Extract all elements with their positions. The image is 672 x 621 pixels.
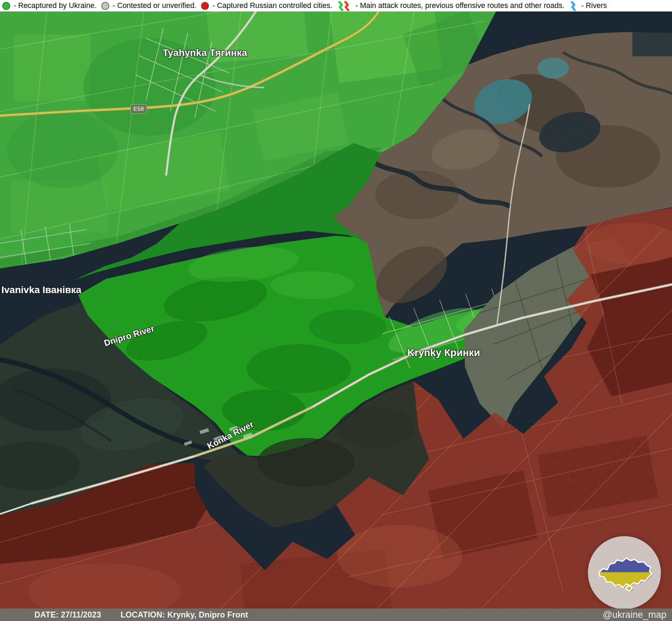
legend-label: - Recaptured by Ukraine. xyxy=(14,1,97,10)
legend-bar: - Recaptured by Ukraine. - Contested or … xyxy=(0,0,672,11)
ukraine-map-logo xyxy=(588,536,661,609)
legend-label: - Captured Russian controlled cities. xyxy=(212,1,332,10)
legend-item-captured: - Captured Russian controlled cities. xyxy=(201,1,335,10)
legend-item-contested: - Contested or unverified. xyxy=(101,1,199,10)
author-handle: @ukraine_map xyxy=(603,610,666,620)
contested-circle-icon xyxy=(101,2,109,10)
location-label: LOCATION: Krynky, Dnipro Front xyxy=(121,610,248,620)
legend-label: - Rivers xyxy=(581,1,607,10)
label-ivanivka: Ivanivka Іванівка xyxy=(1,284,81,296)
captured-circle-icon xyxy=(201,2,209,10)
ukraine-silhouette-icon xyxy=(594,553,655,592)
attack-routes-icon xyxy=(337,1,352,11)
date-label: DATE: 27/11/2023 xyxy=(34,610,101,620)
legend-item-routes: - Main attack routes, previous offensive… xyxy=(337,1,567,11)
legend-label: - Contested or unverified. xyxy=(113,1,196,10)
recaptured-circle-icon xyxy=(2,2,10,10)
rivers-icon xyxy=(569,1,578,11)
map-image xyxy=(0,0,672,621)
legend-item-recaptured: - Recaptured by Ukraine. xyxy=(2,1,99,10)
road-badge-e58: E58 xyxy=(130,104,147,114)
legend-item-rivers: - Rivers xyxy=(569,1,609,11)
label-krynky: Krynky Кринки xyxy=(407,347,480,358)
label-tyahynka: Tyahynka Тягинка xyxy=(163,47,247,58)
war-map-screenshot: - Recaptured by Ukraine. - Contested or … xyxy=(0,0,672,621)
footer-bar: DATE: 27/11/2023 LOCATION: Krynky, Dnipr… xyxy=(0,608,672,621)
noise-overlay xyxy=(0,0,672,621)
legend-label: - Main attack routes, previous offensive… xyxy=(355,1,565,10)
